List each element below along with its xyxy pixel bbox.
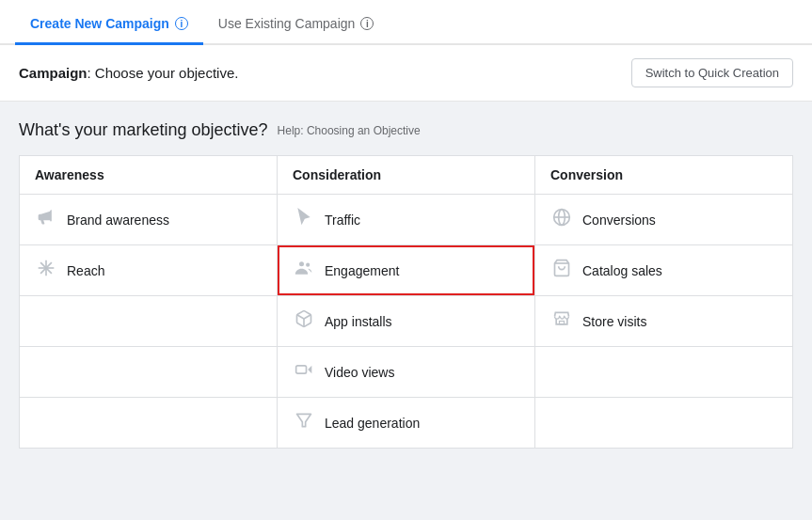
- objective-label-catalog-sales: Catalog sales: [582, 263, 662, 278]
- cell-conversion-row-3: [535, 347, 793, 398]
- objective-question-text: What's your marketing objective?: [19, 120, 268, 140]
- tab-create-new-info-icon[interactable]: i: [175, 17, 188, 30]
- svg-point-8: [306, 263, 310, 267]
- people-icon: [293, 259, 315, 282]
- objective-consideration-traffic[interactable]: Traffic: [278, 195, 534, 244]
- cell-conversion-row-4: [535, 398, 793, 449]
- cart-icon: [550, 259, 573, 282]
- campaign-header: Campaign: Choose your objective. Switch …: [0, 45, 812, 102]
- cell-conversion-row-0: Conversions: [535, 195, 793, 245]
- campaign-title: Campaign: Choose your objective.: [19, 65, 238, 81]
- megaphone-icon: [35, 208, 57, 231]
- cursor-icon: [293, 208, 315, 231]
- objective-question: What's your marketing objective? Help: C…: [19, 120, 793, 140]
- objective-label-store-visits: Store visits: [582, 314, 646, 329]
- objectives-table: Awareness Consideration Conversion Brand…: [19, 155, 793, 449]
- table-row: Video views: [20, 347, 793, 398]
- cell-awareness-row-0: Brand awareness: [20, 195, 278, 245]
- app-container: Create New Campaign i Use Existing Campa…: [0, 0, 812, 520]
- objective-consideration-lead-generation[interactable]: Lead generation: [278, 398, 534, 448]
- cell-consideration-row-1: Engagement: [278, 245, 535, 296]
- column-header-conversion: Conversion: [535, 156, 793, 195]
- table-row: App installsStore visits: [20, 296, 793, 347]
- cell-awareness-row-3: [20, 347, 278, 398]
- cell-consideration-row-3: Video views: [278, 347, 535, 398]
- objective-section: What's your marketing objective? Help: C…: [0, 102, 812, 520]
- table-row: Lead generation: [20, 398, 793, 449]
- tab-use-existing-label: Use Existing Campaign: [218, 16, 356, 31]
- table-row: Brand awarenessTrafficConversions: [20, 195, 793, 245]
- switch-quick-creation-button[interactable]: Switch to Quick Creation: [631, 58, 793, 87]
- objective-label-brand-awareness: Brand awareness: [67, 213, 169, 228]
- svg-marker-14: [297, 414, 311, 426]
- objective-consideration-app-installs[interactable]: App installs: [278, 296, 534, 346]
- objective-label-reach: Reach: [67, 263, 104, 278]
- cell-conversion-row-2: Store visits: [535, 296, 793, 347]
- tab-create-new[interactable]: Create New Campaign i: [15, 5, 203, 45]
- objective-label-engagement: Engagement: [325, 263, 399, 278]
- objective-conversion-catalog-sales[interactable]: Catalog sales: [535, 245, 792, 295]
- cell-consideration-row-4: Lead generation: [278, 398, 535, 449]
- column-header-consideration: Consideration: [278, 156, 535, 195]
- objective-conversion-conversions[interactable]: Conversions: [535, 195, 792, 244]
- cell-awareness-row-4: [20, 398, 278, 449]
- objective-conversion-store-visits[interactable]: Store visits: [535, 296, 792, 346]
- svg-point-7: [299, 261, 304, 266]
- objective-consideration-video-views[interactable]: Video views: [278, 347, 534, 397]
- tab-use-existing-info-icon[interactable]: i: [360, 17, 374, 30]
- cell-consideration-row-2: App installs: [278, 296, 535, 347]
- campaign-prefix: Campaign: [19, 65, 88, 81]
- help-link[interactable]: Help: Choosing an Objective: [278, 124, 421, 137]
- cell-conversion-row-1: Catalog sales: [535, 245, 793, 296]
- table-row: ReachEngagementCatalog sales: [20, 245, 793, 296]
- cell-awareness-row-1: Reach: [20, 245, 278, 296]
- svg-rect-11: [560, 322, 565, 324]
- objective-label-lead-generation: Lead generation: [325, 416, 420, 431]
- tab-create-new-label: Create New Campaign: [30, 16, 169, 31]
- svg-marker-13: [308, 366, 311, 373]
- objective-consideration-engagement[interactable]: Engagement: [278, 245, 534, 295]
- snowflake-icon: [35, 259, 57, 282]
- cell-awareness-row-2: [20, 296, 278, 347]
- column-header-awareness: Awareness: [20, 156, 278, 195]
- tabs-bar: Create New Campaign i Use Existing Campa…: [0, 0, 812, 45]
- objective-label-video-views: Video views: [325, 365, 394, 380]
- store-icon: [550, 309, 573, 333]
- funnel-icon: [293, 411, 315, 434]
- tab-use-existing[interactable]: Use Existing Campaign i: [203, 5, 390, 45]
- video-icon: [293, 360, 315, 384]
- box-icon: [293, 309, 315, 333]
- campaign-suffix: : Choose your objective.: [88, 65, 239, 81]
- objective-awareness-brand-awareness[interactable]: Brand awareness: [20, 195, 277, 244]
- objective-label-traffic: Traffic: [325, 213, 360, 228]
- cell-consideration-row-0: Traffic: [278, 195, 535, 245]
- objective-label-conversions: Conversions: [582, 213, 656, 228]
- objective-label-app-installs: App installs: [325, 314, 392, 329]
- globe-icon: [550, 208, 573, 231]
- objective-awareness-reach[interactable]: Reach: [20, 245, 277, 295]
- svg-rect-12: [296, 366, 307, 373]
